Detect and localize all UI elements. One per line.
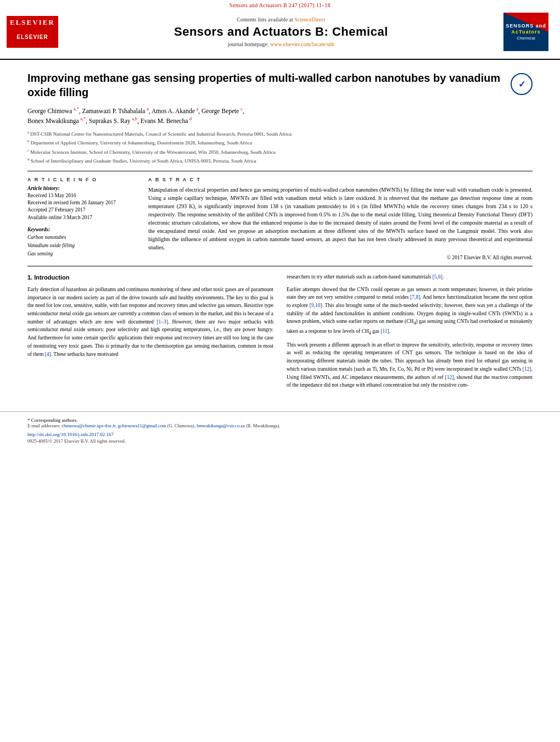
section-number: 1. [27,274,32,281]
ref-9-10-link[interactable]: [9,10] [310,303,322,308]
homepage-label: journal homepage: [228,41,270,47]
main-content: 1. Introduction Early detection of hazar… [27,273,533,394]
journal-homepage: journal homepage: www.elsevier.com/locat… [228,41,334,47]
intro-para-1: Early detection of hazardous air polluta… [27,286,273,358]
email-line: E-mail addresses: chimowa@chimie.ups-tls… [27,423,533,429]
paper-title-section: Improving methane gas sensing properties… [27,71,533,99]
received-revised-text: Received in revised form 26 January 2017 [27,199,137,207]
ref-1-3-link[interactable]: [1–3] [156,319,168,325]
keyword-1: Carbon nanotubes [27,233,137,242]
email-2-link[interactable]: bmwakikunga@csir.co.za [197,423,245,428]
corresponding-label: * Corresponding authors. [27,417,77,423]
intro-para-3: Earlier attempts showed that the CNTs co… [287,286,533,337]
main-col-right: researchers to try other materials such … [287,273,533,394]
contents-label: Contents lists available at [237,16,294,23]
abstract-header: A B S T R A C T [148,177,533,182]
authors-text-2: Bonex Mwakikunga a,*, Suprakas S. Ray a,… [27,118,192,124]
article-info-header: A R T I C L E I N F O [27,177,137,182]
doi-link[interactable]: http://dx.doi.org/10.1016/j.snb.2017.02.… [27,432,114,437]
crossmark-logo[interactable]: ✓ [511,73,533,95]
received-text: Received 13 May 2016 [27,192,137,199]
sciencedirect-link[interactable]: ScienceDirect [294,16,325,23]
sensors-logo-container: SENSORS and AcTuators Chemical [499,13,553,51]
article-body: Improving methane gas sensing properties… [0,60,560,405]
affiliation-d: d School of Interdisciplinary and Gradua… [27,157,533,165]
sensors-logo-chemical: Chemical [506,36,546,41]
history-label: Article history: [27,186,137,191]
showed-text: showed [322,287,338,292]
ref-12b-link[interactable]: [12] [445,375,453,380]
elsevier-logo-box: ELSEVIER ELSEVIER [7,16,58,48]
journal-issue-info: Sensors and Actuators B 247 (2017) 11–18 [0,0,560,9]
keywords-list: Carbon nanotubes Vanadium oxide filling … [27,233,137,259]
section-title-text: Introduction [34,274,69,281]
available-online-text: Available online 3 March 2017 [27,214,137,221]
main-col-left: 1. Introduction Early detection of hazar… [27,273,273,394]
received-date: Received 13 May 2016 Received in revised… [27,192,137,221]
paper-title: Improving methane gas sensing properties… [27,71,505,99]
keyword-2: Vanadium oxide filling [27,242,137,250]
divider-2 [27,266,533,266]
email-label: E-mail addresses: [27,423,60,428]
svg-text:ELSEVIER: ELSEVIER [16,34,48,40]
keywords-label: Keywords: [27,227,137,232]
email-1-name: (G. Chimowa), [167,423,195,428]
keyword-3: Gas sensing [27,250,137,258]
sensors-logo-box: SENSORS and AcTuators Chemical [503,13,548,51]
divider-1 [27,171,533,171]
page-header: Sensors and Actuators B 247 (2017) 11–18… [0,0,560,60]
copyright-line: © 2017 Elsevier B.V. All rights reserved… [148,255,533,260]
page-container: Sensors and Actuators B 247 (2017) 11–18… [0,0,560,448]
corresponding-note: * Corresponding authors. [27,417,533,423]
elsevier-tree-icon: ELSEVIER [16,28,49,44]
elsevier-logo: ELSEVIER ELSEVIER [7,13,64,51]
ref-11-link[interactable]: [11] [380,328,389,334]
abstract-col: A B S T R A C T Manipulation of electric… [148,177,533,260]
section-1-title: 1. Introduction [27,273,273,282]
article-info-abstract: A R T I C L E I N F O Article history: R… [27,177,533,260]
issue-text: Sensors and Actuators B 247 (2017) 11–18 [229,2,331,8]
sensors-logo-line1: SENSORS and [506,23,546,29]
article-info-col: A R T I C L E I N F O Article history: R… [27,177,137,260]
footer: * Corresponding authors. E-mail addresse… [0,411,560,448]
contents-line: Contents lists available at ScienceDirec… [237,16,325,23]
header-center: Contents lists available at ScienceDirec… [64,13,499,51]
affiliations: a DST-CSIR National Centre for Nanostruc… [27,130,533,165]
intro-para-4: This work presents a different approach … [287,341,533,389]
accepted-text: Accepted 27 February 2017 [27,207,137,214]
affiliation-a: a DST-CSIR National Centre for Nanostruc… [27,130,533,138]
sensors-logo-text: SENSORS and AcTuators Chemical [506,23,546,41]
sensors-logo-line2: AcTuators [506,29,546,35]
ref-12-link[interactable]: [12] [523,366,531,372]
ref-5-6-link[interactable]: [5,6] [433,274,443,280]
email-2-name: (B. Mwakikunga). [246,423,281,428]
abstract-text: Manipulation of electrical properties an… [148,186,533,252]
authors-line: George Chimowa a,*, Zamaswazi P. Tshabal… [27,106,533,126]
doi-line[interactable]: http://dx.doi.org/10.1016/j.snb.2017.02.… [27,432,533,437]
journal-title: Sensors and Actuators B: Chemical [174,25,388,39]
intro-para-2: researchers to try other materials such … [287,273,533,281]
affiliation-c: c Molecular Sciences Institute, School o… [27,148,533,157]
email-1-link[interactable]: chimowa@chimie.ups-tlse.fr, gchirnowa11@… [61,423,166,428]
affiliation-b: b Department of Applied Chemistry, Unive… [27,138,533,147]
header-main: ELSEVIER ELSEVIER Contents lists availab… [0,9,560,54]
homepage-link[interactable]: www.elsevier.com/locate/snb [270,41,334,47]
ref-7-8-link[interactable]: [7,8] [410,294,420,300]
authors-text: George Chimowa a,*, Zamaswazi P. Tshabal… [27,108,244,114]
ref-4-link[interactable]: [4] [45,352,51,357]
issn-line: 0925-4005/© 2017 Elsevier B.V. All right… [27,438,533,444]
